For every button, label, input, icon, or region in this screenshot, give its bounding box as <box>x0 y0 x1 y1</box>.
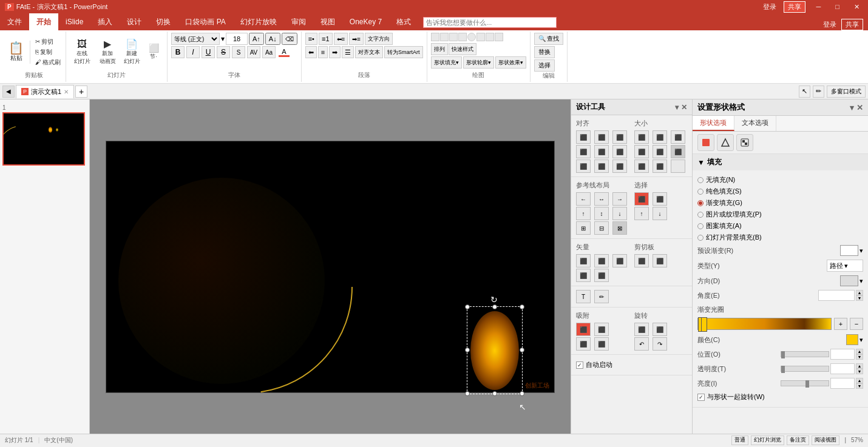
text-2[interactable]: ✏ <box>594 290 609 303</box>
select-4[interactable]: ↓ <box>653 207 667 220</box>
tab-review[interactable]: 审阅 <box>284 13 313 30</box>
rotate-3[interactable]: ↶ <box>634 337 649 351</box>
angle-up[interactable]: ▲ <box>856 290 863 295</box>
shape-outline-btn[interactable]: 形状轮廓▾ <box>463 56 494 69</box>
transparency-input[interactable]: 0% <box>830 363 855 374</box>
shape-effects-btn[interactable]: 形状效果▾ <box>495 56 526 69</box>
format-panel-close[interactable]: ✕ <box>856 103 863 112</box>
fill-icon-btn[interactable] <box>697 134 714 151</box>
shape-6[interactable] <box>476 33 485 41</box>
decrease-indent-btn[interactable]: ⬅≡ <box>334 33 348 45</box>
direction-dropdown-icon[interactable]: ▾ <box>860 277 863 285</box>
tab-slideshow[interactable]: 幻灯片放映 <box>233 13 284 30</box>
size-wh-btn[interactable]: ⬛ <box>671 130 685 144</box>
section-button[interactable]: ⬜ 节· <box>144 42 163 62</box>
align-tc-btn[interactable]: ⬛ <box>594 130 609 144</box>
position-down[interactable]: ▼ <box>856 354 863 360</box>
vector-2[interactable]: ⬛ <box>594 254 609 267</box>
transparency-up[interactable]: ▲ <box>856 363 863 369</box>
transparency-handle[interactable] <box>781 366 785 373</box>
font-lang-btn[interactable]: Aa <box>262 46 276 58</box>
auto-start-checkbox[interactable] <box>576 361 583 369</box>
login-btn[interactable]: 登录 <box>763 2 776 12</box>
brightness-up[interactable]: ▲ <box>856 378 863 383</box>
slide-thumbnail-1[interactable] <box>2 112 85 166</box>
effects-icon-btn[interactable] <box>736 134 753 151</box>
multiwindow-btn[interactable]: 多窗口模式 <box>827 86 866 98</box>
normal-view-btn[interactable]: 普通 <box>731 435 748 445</box>
preset-dropdown-icon[interactable]: ▾ <box>860 247 863 255</box>
clip-2[interactable]: ⬛ <box>653 254 667 267</box>
size-custom-btn[interactable]: ⬛ <box>634 160 649 173</box>
no-fill-option[interactable]: 无填充(N) <box>697 174 863 186</box>
tab-design[interactable]: 设计 <box>120 13 149 30</box>
bg-fill-option[interactable]: 幻灯片背景填充(B) <box>697 232 863 243</box>
position-input[interactable]: 0% <box>830 349 855 360</box>
shape-fill-btn[interactable]: 形状填充▾ <box>431 56 462 69</box>
shape-2[interactable] <box>440 33 449 41</box>
tab-home[interactable]: 开始 <box>29 13 58 30</box>
guide-9[interactable]: ⊠ <box>612 221 627 235</box>
handle-br[interactable] <box>520 391 524 396</box>
size-custom2-btn[interactable]: ⬛ <box>653 160 667 173</box>
snap-2[interactable]: ⬛ <box>594 323 609 336</box>
justify-btn[interactable]: ☰ <box>342 46 354 58</box>
tab-transitions[interactable]: 切换 <box>149 13 178 30</box>
minimize-btn[interactable]: ─ <box>813 3 825 10</box>
handle-mr[interactable] <box>520 348 524 352</box>
type-dropdown[interactable]: 路径 ▾ <box>827 260 863 272</box>
num-list-btn[interactable]: ≡1 <box>319 33 333 45</box>
copy-button[interactable]: ⎘ 复制 <box>34 47 62 57</box>
remove-stop-btn[interactable]: − <box>850 318 863 330</box>
position-up[interactable]: ▲ <box>856 349 863 354</box>
handle-ml[interactable] <box>465 348 470 352</box>
with-shape-checkbox[interactable] <box>697 394 705 401</box>
snap-1[interactable]: ⬛ <box>576 323 591 336</box>
document-tab[interactable]: P 演示文稿1 ✕ <box>16 85 74 98</box>
align-text-btn[interactable]: 对齐文本 <box>355 46 383 58</box>
angle-down[interactable]: ▼ <box>856 295 863 301</box>
notes-view-btn[interactable]: 备注页 <box>787 435 809 445</box>
pattern-fill-option[interactable]: 图案填充(A) <box>697 220 863 232</box>
cut-button[interactable]: ✂ 剪切 <box>34 37 62 47</box>
angle-input[interactable]: .0° <box>818 290 855 301</box>
slide-pane-toggle[interactable]: ◀ <box>2 86 15 98</box>
transparency-down[interactable]: ▼ <box>856 369 863 374</box>
size-swh-btn[interactable]: ⬛ <box>671 145 685 158</box>
guide-1[interactable]: ← <box>576 192 591 206</box>
position-slider[interactable] <box>781 351 829 357</box>
guide-7[interactable]: ⊞ <box>576 221 591 235</box>
replace-btn[interactable]: 替换 <box>534 46 555 58</box>
handle-bm[interactable] <box>492 391 497 396</box>
tab-insert[interactable]: 插入 <box>90 13 120 30</box>
shape-3[interactable] <box>449 33 458 41</box>
align-mr-btn[interactable]: ⬛ <box>612 145 627 158</box>
slide-browse-btn[interactable]: 幻灯片浏览 <box>751 435 784 445</box>
clear-format-btn[interactable]: ⌫ <box>282 33 297 45</box>
share-ribbon[interactable]: 共享 <box>841 19 863 30</box>
tab-animations[interactable]: 口袋动画 PA <box>178 13 232 30</box>
add-stop-btn[interactable]: + <box>834 318 847 330</box>
fill-section-header[interactable]: ▼ 填充 <box>693 154 868 170</box>
align-br-btn[interactable]: ⬛ <box>612 160 627 173</box>
shape-1[interactable] <box>431 33 439 41</box>
direction-box[interactable] <box>840 275 858 286</box>
gradient-fill-option[interactable]: 渐变填充(G) <box>697 197 863 209</box>
new-animation-button[interactable]: ▶ 新加动画页 <box>95 37 120 67</box>
tab-file[interactable]: 文件 <box>0 13 29 30</box>
shadow-btn[interactable]: S <box>232 46 245 58</box>
tab-onekey[interactable]: OneKey 7 <box>342 13 389 30</box>
bullet-list-btn[interactable]: ≡• <box>305 33 317 45</box>
arrange-btn[interactable]: 排列 <box>431 43 448 55</box>
handle-tm[interactable] <box>492 304 497 309</box>
size-sh-btn[interactable]: ⬛ <box>653 145 667 158</box>
select-2[interactable]: ⬛ <box>653 192 667 206</box>
select-btn[interactable]: 选择 <box>534 59 555 72</box>
guide-3[interactable]: → <box>612 192 627 206</box>
add-tab-btn[interactable]: + <box>75 86 87 98</box>
new-slide-button[interactable]: 📄 新建幻灯片 <box>121 37 143 67</box>
snap-4[interactable]: ⬛ <box>594 337 609 351</box>
rotate-1[interactable]: ⬛ <box>634 323 649 336</box>
shape-4[interactable] <box>458 33 467 41</box>
underline-btn[interactable]: U <box>202 46 215 58</box>
